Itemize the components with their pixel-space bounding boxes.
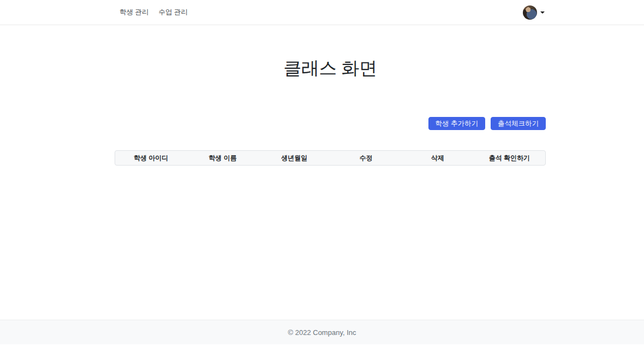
profile-dropdown-toggle[interactable]: [523, 5, 546, 20]
page-title: 클래스 화면: [115, 57, 546, 79]
page-footer: © 2022 Company, Inc: [0, 320, 644, 344]
main-content: 클래스 화면 학생 추가하기 출석체크하기 학생 아이디 학생 이름 생년월일 …: [115, 57, 546, 166]
col-header-edit: 수정: [330, 151, 402, 165]
col-header-student-name: 학생 이름: [187, 151, 258, 165]
col-header-student-id: 학생 아이디: [115, 151, 187, 165]
nav-link-class-management[interactable]: 수업 관리: [153, 5, 192, 19]
navbar-container: 학생 관리 수업 관리: [115, 0, 546, 25]
copyright-text: © 2022 Company, Inc: [288, 328, 356, 337]
attendance-check-button[interactable]: 출석체크하기: [491, 117, 546, 130]
table-header-row: 학생 아이디 학생 이름 생년월일 수정 삭제 출석 확인하기: [115, 150, 546, 166]
col-header-birthdate: 생년월일: [259, 151, 330, 165]
action-button-row: 학생 추가하기 출석체크하기: [115, 117, 546, 130]
nav-link-student-management[interactable]: 학생 관리: [115, 5, 153, 19]
col-header-delete: 삭제: [402, 151, 473, 165]
top-navbar: 학생 관리 수업 관리: [0, 0, 644, 25]
caret-down-icon: [540, 11, 545, 14]
add-student-button[interactable]: 학생 추가하기: [428, 117, 485, 130]
students-table: 학생 아이디 학생 이름 생년월일 수정 삭제 출석 확인하기: [115, 150, 546, 166]
col-header-attendance: 출석 확인하기: [474, 151, 545, 165]
user-avatar[interactable]: [523, 5, 537, 20]
